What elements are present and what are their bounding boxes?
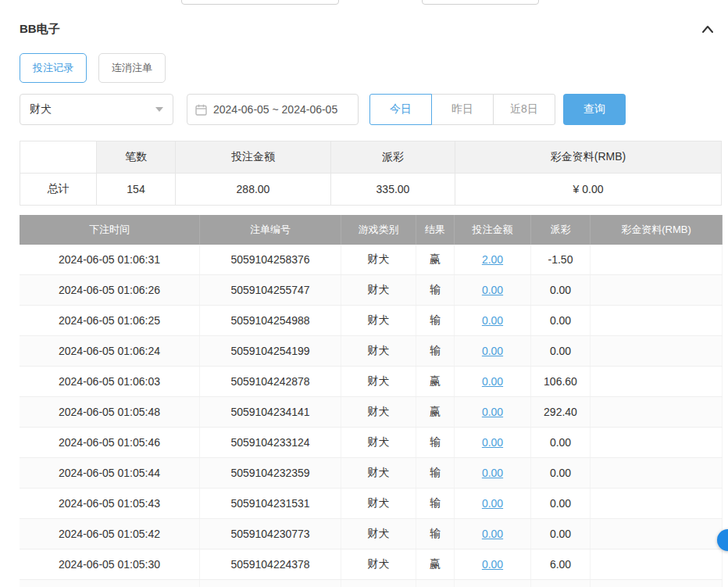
cell-bet-amount: 0.00	[455, 397, 531, 428]
table-row: 2024-06-05 01:06:03 5059104242878 财犬 赢 0…	[20, 367, 723, 397]
collapse-chevron-up-icon[interactable]	[700, 21, 716, 37]
table-row: 2024-06-05 01:05:30 5059104224378 财犬 赢 0…	[20, 549, 723, 580]
table-row: 2024-06-05 01:06:24 5059104254199 财犬 输 0…	[20, 336, 723, 367]
summary-total-bet-amount: 288.00	[176, 174, 331, 206]
date-range-value: 2024-06-05 ~ 2024-06-05	[213, 103, 337, 116]
cell-order-number: 5059104254199	[200, 336, 341, 367]
cell-bet-time: 2024-06-05 01:05:42	[20, 519, 200, 549]
filter-row: 财犬 2024-06-05 ~ 2024-06-05 今日 昨日 近8日 查询	[20, 94, 717, 125]
table-row: 2024-06-05 01:06:26 5059104255747 财犬 输 0…	[20, 275, 723, 306]
records-table: 下注时间 注单编号 游戏类别 结果 投注金额 派彩 彩金资料(RMB) 2024…	[20, 215, 723, 587]
table-row: 2024-06-05 01:06:25 5059104254988 财犬 输 0…	[20, 306, 723, 336]
summary-total-label: 总计	[20, 174, 97, 206]
cell-payout: 0.00	[531, 428, 591, 458]
cell-order-number: 5059104230773	[200, 519, 341, 549]
search-button[interactable]: 查询	[563, 94, 626, 125]
summary-header-bet-amount: 投注金额	[176, 141, 331, 174]
cell-bet-amount: 0.00	[455, 306, 531, 336]
game-select[interactable]: 财犬	[20, 94, 173, 125]
summary-total-count: 154	[97, 174, 176, 206]
cell-game-type: 财犬	[341, 580, 416, 587]
cell-bet-time: 2024-06-05 01:05:30	[20, 549, 200, 580]
bet-amount-link[interactable]: 0.00	[482, 497, 503, 510]
summary-header-row: 笔数 投注金额 派彩 彩金资料(RMB)	[20, 141, 722, 174]
quick-button-last-8-days[interactable]: 近8日	[493, 94, 555, 125]
game-select-value: 财犬	[30, 102, 52, 116]
section-header: BB电子	[20, 20, 717, 38]
cell-order-number: 5059104224378	[200, 549, 341, 580]
cell-bet-amount: 2.00	[455, 245, 531, 275]
cell-game-type: 财犬	[341, 336, 416, 367]
cell-game-type: 财犬	[341, 275, 416, 306]
chevron-down-icon	[155, 107, 163, 112]
quick-button-today[interactable]: 今日	[369, 94, 432, 125]
bet-amount-link[interactable]: 0.00	[482, 284, 503, 296]
bet-amount-link[interactable]: 2.00	[482, 253, 503, 266]
cell-payout: 0.00	[531, 275, 591, 306]
cell-bonus	[591, 397, 723, 428]
bet-amount-link[interactable]: 0.00	[482, 436, 503, 449]
tab-bet-records[interactable]: 投注记录	[20, 53, 87, 83]
cell-payout: 292.40	[531, 397, 591, 428]
cell-bonus	[591, 336, 723, 367]
cell-bet-amount: 0.00	[455, 428, 531, 458]
header-bonus: 彩金资料(RMB)	[591, 215, 723, 245]
cell-bet-amount: 0.00	[455, 519, 531, 549]
cell-bonus	[591, 489, 723, 519]
cell-bet-time: 2024-06-05 01:05:46	[20, 428, 200, 458]
cell-game-type: 财犬	[341, 367, 416, 397]
header-game-type: 游戏类别	[341, 215, 416, 245]
cell-bet-amount: 0.00	[455, 367, 531, 397]
summary-header-blank	[20, 141, 97, 174]
bet-amount-link[interactable]: 0.00	[482, 406, 503, 418]
page: BB电子 投注记录 连消注单 财犬 2024-06-05 ~ 2024-06-0…	[0, 0, 728, 587]
cell-order-number: 5059104258376	[200, 245, 341, 275]
tab-bar: 投注记录 连消注单	[20, 53, 717, 83]
bet-amount-link[interactable]: 0.00	[482, 375, 503, 388]
cell-order-number: 5059104254988	[200, 306, 341, 336]
quick-date-button-group: 今日 昨日 近8日	[369, 94, 555, 125]
page-title: BB电子	[20, 22, 60, 37]
bet-amount-link[interactable]: 0.00	[482, 314, 503, 327]
cell-payout: 0.00	[531, 489, 591, 519]
cell-game-type: 财犬	[341, 458, 416, 489]
cell-bonus	[591, 367, 723, 397]
cell-bonus	[591, 549, 723, 580]
cell-order-number: 5059104255747	[200, 275, 341, 306]
bet-amount-link[interactable]: 0.00	[482, 528, 503, 540]
cell-payout: -1.50	[531, 245, 591, 275]
bet-amount-link[interactable]: 0.00	[482, 558, 503, 571]
table-row: 2024-06-05 01:05:46 5059104233124 财犬 输 0…	[20, 428, 723, 458]
header-bet-time: 下注时间	[20, 215, 200, 245]
date-range-input[interactable]: 2024-06-05 ~ 2024-06-05	[187, 94, 359, 125]
cell-order-number: 5059104232359	[200, 458, 341, 489]
cell-game-type: 财犬	[341, 519, 416, 549]
cell-game-type: 财犬	[341, 397, 416, 428]
cell-bet-time: 2024-06-05 01:05:12	[20, 580, 200, 587]
bet-amount-link[interactable]: 0.00	[482, 467, 503, 479]
cell-bet-amount: 0.00	[455, 489, 531, 519]
cell-bet-time: 2024-06-05 01:06:24	[20, 336, 200, 367]
cell-bet-amount: 0.00	[455, 275, 531, 306]
header-bet-amount: 投注金额	[455, 215, 531, 245]
cell-result: 赢	[416, 397, 455, 428]
tab-cancelled-orders[interactable]: 连消注单	[98, 53, 166, 83]
cell-bet-amount: 0.00	[455, 549, 531, 580]
cell-result: 输	[416, 275, 455, 306]
bet-amount-link[interactable]: 0.00	[482, 345, 503, 357]
quick-button-yesterday[interactable]: 昨日	[431, 94, 494, 125]
top-partial-input-2[interactable]	[422, 0, 539, 5]
cell-game-type: 财犬	[341, 549, 416, 580]
records-header-row: 下注时间 注单编号 游戏类别 结果 投注金额 派彩 彩金资料(RMB)	[20, 215, 723, 245]
cell-result: 输	[416, 306, 455, 336]
top-partial-input-1[interactable]	[181, 0, 339, 5]
cell-result: 赢	[416, 367, 455, 397]
cell-bet-amount: 0.00	[455, 458, 531, 489]
header-payout: 派彩	[531, 215, 591, 245]
table-row: 2024-06-05 01:05:43 5059104231531 财犬 输 0…	[20, 489, 723, 519]
summary-total-row: 总计 154 288.00 335.00 ¥ 0.00	[20, 174, 722, 206]
cell-game-type: 财犬	[341, 306, 416, 336]
cell-payout: -2.00	[531, 580, 591, 587]
cell-result: 输	[416, 458, 455, 489]
cell-order-number: 5059104214643	[200, 580, 341, 587]
